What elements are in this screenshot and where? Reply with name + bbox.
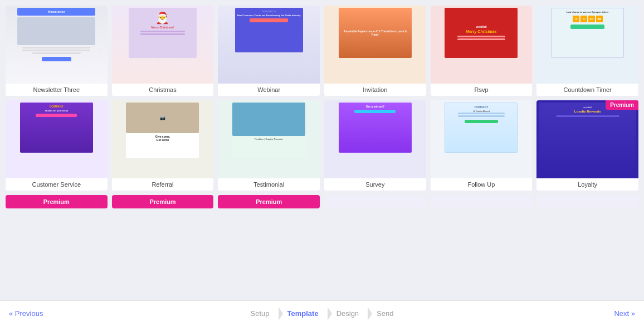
thumb-rsvp-brand: webMail <box>476 25 486 28</box>
empty-banner-4 <box>324 195 426 208</box>
thumb-line-3 <box>32 52 81 54</box>
card-label-survey: Survey <box>324 178 426 191</box>
card-label-webinar: Webinar <box>218 84 320 96</box>
thumb-rsvp-merry: Merry Christmas <box>466 30 496 33</box>
thumb-ref-body: Give some,Get some <box>126 133 199 158</box>
template-card-testimonial[interactable]: Finelliner | Graphic Precision Testimoni… <box>218 100 320 191</box>
template-card-christmas[interactable]: 🎅 Merry Christmas! Christmas <box>112 6 214 96</box>
wizard-footer: « Previous Setup Template Design Send Ne… <box>0 300 644 326</box>
card-label-customer-service: Customer Service <box>6 178 108 191</box>
wizard-steps: Setup Template Design Send <box>65 309 579 318</box>
wizard-prev-button[interactable]: « Previous <box>9 309 65 318</box>
thumb-surv-main: Get a minute? <box>339 103 412 153</box>
thumb-webinar-btn <box>250 18 288 22</box>
thumb-line-2 <box>22 50 90 51</box>
premium-banner-1: Premium <box>6 195 108 208</box>
thumb-fu-btn <box>465 120 499 123</box>
thumb-ref-img: 📷 <box>126 103 199 133</box>
thumb-loy-main: webMail Loyalty Rewards <box>539 103 636 176</box>
thumb-cs-brand: COMPANY <box>50 105 64 108</box>
thumb-fu-main: COMPANY Hi Dustin Ahmed <box>445 103 518 153</box>
card-label-referral: Referral <box>112 178 214 191</box>
thumb-fu-line1 <box>458 113 505 114</box>
thumb-webinar-main: FEBRUARY 8 How Consumer Trends are Trans… <box>235 8 303 52</box>
wizard-step-setup[interactable]: Setup <box>242 309 279 318</box>
template-card-loyalty[interactable]: Premium webMail Loyalty Rewards Loyalty <box>536 100 638 191</box>
thumb-newsletter-img <box>17 17 95 45</box>
thumb-fu-line2 <box>458 115 505 117</box>
thumb-cd-num-4: 36 <box>596 16 603 22</box>
thumb-newsletter-header: Newsletter <box>17 8 95 16</box>
template-card-follow-up[interactable]: COMPANY Hi Dustin Ahmed Follow Up <box>431 100 533 191</box>
empty-banner-5 <box>431 195 533 208</box>
wizard-step-template[interactable]: Template <box>279 309 328 318</box>
template-card-referral[interactable]: 📷 Give some,Get some Referral <box>112 100 214 191</box>
thumb-test-title: Finelliner | Graphic Precision <box>255 138 283 140</box>
premium-badge-loyalty: Premium <box>606 100 638 110</box>
thumb-surv-text: Get a minute? <box>366 105 384 108</box>
thumb-rsvp-line1 <box>457 36 505 37</box>
thumb-cd-num-2: 4 <box>580 16 587 22</box>
thumb-rsvp-line2 <box>457 38 505 40</box>
thumb-christmas-main: 🎅 Merry Christmas! <box>129 8 197 58</box>
thumb-cd-num-1: 3 <box>573 16 579 22</box>
wizard-step-send[interactable]: Send <box>368 309 402 318</box>
thumb-test-body: Finelliner | Graphic Precision <box>232 136 305 158</box>
template-grid-row2: COMPANY Thanks for your email Customer S… <box>6 100 638 191</box>
template-card-survey[interactable]: Get a minute? Survey <box>324 100 426 191</box>
thumb-rsvp-main: webMail Merry Christmas <box>445 8 518 58</box>
thumb-webinar-title: How Consumer Trends are Transforming the… <box>237 14 301 17</box>
card-label-invitation: Invitation <box>324 84 426 96</box>
santa-icon: 🎅 <box>155 11 169 25</box>
main-content: Newsletter Newsletter Three 🎅 Merry Chri… <box>0 0 644 300</box>
card-label-newsletter-three: Newsletter Three <box>6 84 108 96</box>
card-label-follow-up: Follow Up <box>431 178 533 191</box>
thumb-cd-btn <box>570 25 604 29</box>
thumb-cs-main: COMPANY Thanks for your email <box>20 103 93 153</box>
thumb-cd-main: Last chance to save on Synapse tickets 3… <box>551 8 624 58</box>
card-label-countdown-timer: Countdown Timer <box>536 84 638 96</box>
template-card-rsvp[interactable]: webMail Merry Christmas Rsvp <box>431 6 533 96</box>
thumb-test-img <box>232 103 305 136</box>
wizard-next-button[interactable]: Next » <box>579 309 635 318</box>
card-label-testimonial: Testimonial <box>218 178 320 191</box>
premium-banner-3: Premium <box>218 195 320 208</box>
thumb-cd-timer: 3 4 20 36 <box>573 16 603 22</box>
card-label-rsvp: Rsvp <box>431 84 533 96</box>
thumb-cs-btn <box>36 114 77 117</box>
thumb-inv-title: Assemble Papers Issue #11 Transitions La… <box>341 30 409 36</box>
thumb-loy-title: Loyalty Rewards <box>574 110 601 113</box>
thumb-webinar-date: FEBRUARY 8 <box>262 10 276 13</box>
card-label-christmas: Christmas <box>112 84 214 96</box>
thumb-surv-btn <box>354 110 396 113</box>
thumb-cd-title: Last chance to save on Synapse tickets <box>567 11 608 13</box>
thumb-loy-line1 <box>556 115 619 117</box>
thumb-ref-title: Give some,Get some <box>155 135 170 142</box>
thumb-loy-brand: webMail <box>583 106 592 109</box>
template-card-customer-service[interactable]: COMPANY Thanks for your email Customer S… <box>6 100 108 191</box>
thumb-cd-num-3: 20 <box>588 16 595 22</box>
thumb-inv-main: Assemble Papers Issue #11 Transitions La… <box>339 8 412 58</box>
thumb-christmas-line <box>140 31 185 32</box>
thumb-fu-brand: COMPANY <box>474 105 488 109</box>
thumb-christmas-text: Merry Christmas! <box>151 26 174 29</box>
template-card-invitation[interactable]: Assemble Papers Issue #11 Transitions La… <box>324 6 426 96</box>
thumb-line-1 <box>22 47 90 48</box>
bottom-banners-row: Premium Premium Premium <box>6 195 638 208</box>
card-label-loyalty: Loyalty <box>536 178 638 191</box>
template-card-countdown-timer[interactable]: Last chance to save on Synapse tickets 3… <box>536 6 638 96</box>
thumb-christmas-line2 <box>140 33 185 35</box>
empty-banner-6 <box>536 195 638 208</box>
template-card-newsletter-three[interactable]: Newsletter Newsletter Three <box>6 6 108 96</box>
template-grid-row1: Newsletter Newsletter Three 🎅 Merry Chri… <box>6 6 638 96</box>
thumb-btn <box>42 57 71 61</box>
template-card-webinar[interactable]: FEBRUARY 8 How Consumer Trends are Trans… <box>218 6 320 96</box>
wizard-step-design[interactable]: Design <box>328 309 368 318</box>
thumb-cs-text: Thanks for your email <box>45 109 69 112</box>
premium-banner-2: Premium <box>112 195 214 208</box>
